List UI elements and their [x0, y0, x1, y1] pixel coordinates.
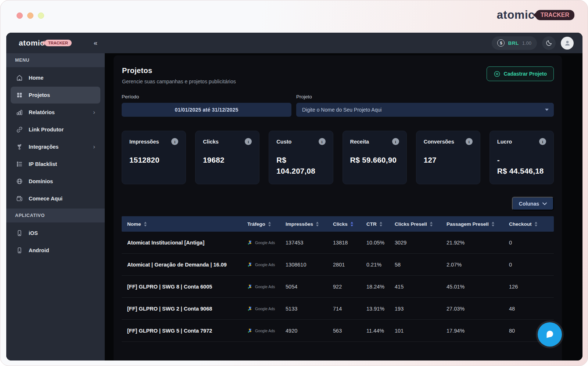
stat-card-receita: Receitai R$ 59.660,90 — [343, 131, 407, 184]
projects-table: Nome Tráfego Impressões Clicks CTR Click… — [122, 216, 554, 342]
period-range-input[interactable]: 01/01/2025 até 31/12/2025 — [122, 103, 291, 117]
currency-selector[interactable]: $ BRL 1.00 — [492, 36, 537, 50]
sidebar-item-label: iOS — [29, 230, 38, 236]
sidebar-item-label: Domínios — [29, 178, 53, 184]
sidebar-item-label: Link Produtor — [29, 127, 64, 133]
add-project-button-label: Cadastrar Projeto — [504, 71, 547, 77]
theme-toggle-button[interactable] — [542, 36, 556, 50]
cell-passagem-presell: 21.92% — [447, 240, 509, 246]
sort-icon[interactable] — [144, 221, 147, 227]
zoom-window-button[interactable] — [38, 12, 44, 19]
stat-value: - R$ 44.546,18 — [497, 155, 546, 176]
column-header-trafego[interactable]: Tráfego — [247, 221, 286, 227]
topbar: $ BRL 1.00 — [105, 33, 582, 53]
stat-label: Impressões — [129, 139, 159, 145]
column-header-checkout[interactable]: Checkout — [509, 221, 554, 227]
column-header-clicks[interactable]: Clicks — [333, 221, 366, 227]
sort-icon[interactable] — [491, 221, 495, 227]
info-icon[interactable]: i — [466, 138, 473, 145]
page-title: Projetos — [122, 66, 236, 75]
content-area: Projetos Gerencie suas campanhas e proje… — [105, 53, 582, 360]
cell-impressoes: 5054 — [286, 284, 333, 290]
column-header-ctr[interactable]: CTR — [366, 221, 395, 227]
chevron-down-icon — [545, 109, 549, 111]
stat-label: Lucro — [497, 139, 512, 145]
link-icon — [16, 126, 23, 133]
cell-clicks-presell: 58 — [395, 262, 447, 268]
cell-clicks: 563 — [333, 328, 366, 334]
sidebar-item-comece-aqui[interactable]: Comece Aqui — [11, 190, 100, 207]
app-window: atomic TRACKER « MENU Home Projetos — [6, 33, 582, 360]
sidebar-logo: atomic TRACKER — [19, 39, 72, 47]
stat-label: Conversões — [424, 139, 454, 145]
info-icon[interactable]: i — [392, 138, 399, 145]
info-icon[interactable]: i — [245, 138, 252, 145]
usb-icon — [16, 143, 23, 151]
cell-clicks: 922 — [333, 284, 366, 290]
table-row[interactable]: Atomicat Institucional [Antiga] Google A… — [122, 232, 554, 254]
dollar-circle-icon: $ — [497, 39, 505, 47]
grid-icon — [16, 91, 23, 99]
sort-icon-active[interactable] — [350, 221, 354, 227]
columns-button[interactable]: Colunas — [512, 197, 554, 210]
cell-impressoes: 5133 — [286, 306, 333, 312]
minimize-window-button[interactable] — [27, 12, 33, 19]
cell-passagem-presell: 2.07% — [447, 262, 509, 268]
cell-passagem-presell: 45.01% — [447, 284, 509, 290]
table-row[interactable]: Atomicat | Geração de Demanda | 16.09 Go… — [122, 254, 554, 276]
table-row[interactable]: [FF] GLPRO | SWG 2 | Conta 9068 Google A… — [122, 298, 554, 320]
table-row[interactable]: [FF] GLPRO | SWG 8 | Conta 6005 Google A… — [122, 276, 554, 298]
plus-circle-icon — [494, 70, 501, 77]
column-header-clicks-presell[interactable]: Clicks Presell — [395, 221, 447, 227]
cell-ctr: 0.21% — [366, 262, 395, 268]
chevron-down-icon — [542, 202, 547, 205]
info-icon[interactable]: i — [319, 138, 326, 145]
home-icon — [16, 74, 23, 81]
sidebar-item-android[interactable]: Android — [11, 242, 100, 259]
traffic-source: Google Ads — [247, 240, 286, 245]
table-row[interactable]: [FF] GLPRO | SWG 5 | Conta 7972 Google A… — [122, 320, 554, 342]
project-label: Projeto — [296, 94, 554, 99]
cell-clicks-presell: 101 — [395, 328, 447, 334]
sort-icon[interactable] — [379, 221, 383, 227]
sidebar-item-home[interactable]: Home — [11, 69, 100, 86]
wallet-icon — [16, 195, 23, 202]
sidebar-item-ip-blacklist[interactable]: IP Blacklist — [11, 156, 100, 173]
sidebar-item-label: Android — [29, 247, 49, 253]
chat-widget-button[interactable] — [538, 322, 562, 347]
traffic-source-label: Google Ads — [255, 285, 275, 289]
cell-checkout: 126 — [509, 284, 554, 290]
info-icon[interactable]: i — [539, 138, 546, 145]
sidebar-item-ios[interactable]: iOS — [11, 225, 100, 242]
sidebar-item-integracoes[interactable]: Integrações › — [11, 138, 100, 155]
column-header-passagem-presell[interactable]: Passagem Presell — [447, 221, 509, 227]
page-header-text: Projetos Gerencie suas campanhas e proje… — [122, 66, 236, 84]
sidebar-item-link-produtor[interactable]: Link Produtor — [11, 121, 100, 138]
chevron-right-icon: › — [93, 143, 95, 151]
sort-icon[interactable] — [430, 221, 433, 227]
info-icon[interactable]: i — [171, 138, 178, 145]
google-ads-icon — [247, 284, 253, 289]
bar-chart-icon — [16, 109, 23, 116]
sidebar-item-dominios[interactable]: Domínios — [11, 173, 100, 190]
user-avatar[interactable] — [561, 37, 574, 50]
project-filter: Projeto Digite o Nome do Seu Projeto Aqu… — [296, 94, 554, 117]
project-select[interactable]: Digite o Nome do Seu Projeto Aqui — [296, 103, 554, 117]
sort-icon[interactable] — [268, 221, 271, 227]
column-header-nome[interactable]: Nome — [127, 221, 247, 227]
sort-icon[interactable] — [316, 221, 319, 227]
sidebar-item-projetos[interactable]: Projetos — [11, 87, 100, 104]
sidebar-item-relatorios[interactable]: Relatórios › — [11, 104, 100, 121]
column-header-impressoes[interactable]: Impressões — [286, 221, 333, 227]
sort-icon[interactable] — [534, 221, 538, 227]
cell-checkout: 0 — [509, 240, 554, 246]
columns-button-label: Colunas — [519, 201, 539, 207]
cell-impressoes: 4920 — [286, 328, 333, 334]
cell-passagem-presell: 27.03% — [447, 306, 509, 312]
sidebar-menu: Home Projetos Relatórios › — [6, 67, 105, 209]
cell-clicks: 714 — [333, 306, 366, 312]
close-window-button[interactable] — [17, 12, 23, 19]
traffic-source-label: Google Ads — [255, 329, 275, 333]
add-project-button[interactable]: Cadastrar Projeto — [487, 66, 554, 81]
sidebar-collapse-icon[interactable]: « — [94, 40, 97, 46]
